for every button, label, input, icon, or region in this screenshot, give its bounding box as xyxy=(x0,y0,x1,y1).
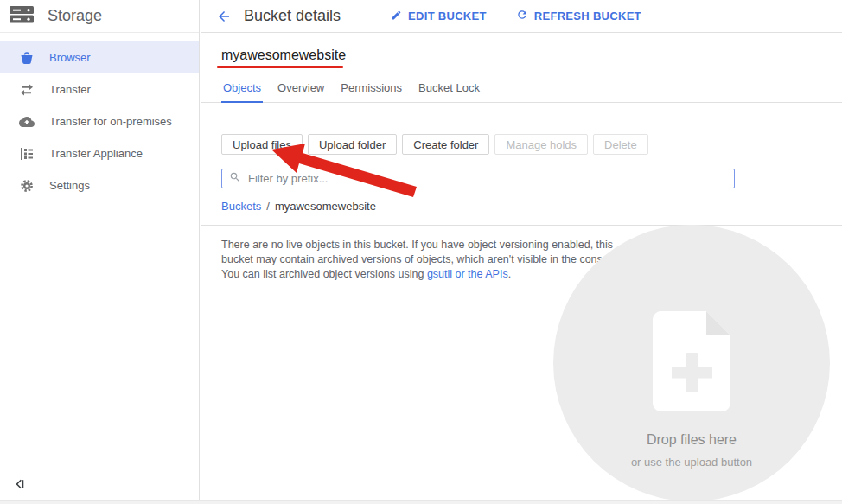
appliance-list-icon xyxy=(19,147,35,161)
breadcrumb-buckets-link[interactable]: Buckets xyxy=(221,200,261,213)
breadcrumb: Buckets / myawesomewebsite xyxy=(221,200,842,213)
filter-field xyxy=(221,169,735,188)
drop-files-label: Drop files here xyxy=(647,432,737,448)
product-title: Storage xyxy=(48,7,102,25)
refresh-bucket-label: REFRESH BUCKET xyxy=(534,10,641,22)
drop-files-target[interactable]: Drop files here or use the upload button xyxy=(553,225,830,501)
tab-overview[interactable]: Overview xyxy=(276,73,326,102)
object-toolbar: Upload files Upload folder Create folder… xyxy=(221,134,842,155)
delete-button: Delete xyxy=(593,134,648,155)
upload-hint-label: or use the upload button xyxy=(631,456,752,469)
topbar: Bucket details EDIT BUCKET REFRESH BUCKE… xyxy=(201,0,842,33)
refresh-icon xyxy=(516,9,528,23)
sidebar-nav: Browser Transfer Transfe xyxy=(0,41,199,201)
gcs-bucket-details-page: Storage Browser Tran xyxy=(0,0,842,504)
back-arrow-icon[interactable] xyxy=(216,9,232,24)
tab-objects[interactable]: Objects xyxy=(221,73,263,103)
file-plus-icon xyxy=(653,311,730,415)
bucket-icon xyxy=(19,51,35,65)
gear-icon xyxy=(19,179,35,193)
refresh-bucket-button[interactable]: REFRESH BUCKET xyxy=(516,9,641,23)
create-folder-button[interactable]: Create folder xyxy=(402,134,489,155)
edit-bucket-label: EDIT BUCKET xyxy=(408,10,487,22)
edit-bucket-button[interactable]: EDIT BUCKET xyxy=(391,10,487,23)
sidebar-item-transfer-appliance[interactable]: Transfer Appliance xyxy=(0,137,199,169)
tab-permissions[interactable]: Permissions xyxy=(339,73,404,102)
bucket-name-title: myawesomewebsite xyxy=(221,48,842,63)
search-icon xyxy=(229,171,241,187)
tab-bucket-lock[interactable]: Bucket Lock xyxy=(417,73,482,102)
empty-message-period: . xyxy=(508,268,511,280)
sidebar-item-label: Settings xyxy=(49,179,90,192)
sidebar-item-transfer-on-premises[interactable]: Transfer for on-premises xyxy=(0,105,199,137)
breadcrumb-separator: / xyxy=(266,200,270,213)
sidebar: Storage Browser Tran xyxy=(0,0,200,504)
content-divider xyxy=(201,225,842,226)
sidebar-item-label: Transfer xyxy=(49,83,91,96)
transfer-arrows-icon xyxy=(19,83,35,97)
collapse-sidebar-icon[interactable] xyxy=(14,478,26,494)
upload-folder-button[interactable]: Upload folder xyxy=(308,134,397,155)
sidebar-item-transfer[interactable]: Transfer xyxy=(0,73,199,105)
tab-bar: Objects Overview Permissions Bucket Lock xyxy=(201,73,842,103)
storage-logo-icon xyxy=(9,5,35,27)
sidebar-item-settings[interactable]: Settings xyxy=(0,169,199,201)
upload-files-button[interactable]: Upload files xyxy=(221,134,303,155)
sidebar-item-browser[interactable]: Browser xyxy=(0,41,199,73)
manage-holds-button: Manage holds xyxy=(494,134,588,155)
sidebar-item-label: Transfer Appliance xyxy=(49,147,143,160)
sidebar-item-label: Browser xyxy=(49,51,91,64)
empty-message-text: There are no live objects in this bucket… xyxy=(221,239,620,280)
gsutil-apis-link[interactable]: gsutil or the APIs xyxy=(427,268,508,280)
main-panel: Bucket details EDIT BUCKET REFRESH BUCKE… xyxy=(201,0,842,504)
empty-bucket-message: There are no live objects in this bucket… xyxy=(221,238,626,282)
breadcrumb-current-bucket: myawesomewebsite xyxy=(275,200,376,213)
page-title: Bucket details xyxy=(244,7,341,25)
sidebar-header: Storage xyxy=(0,0,199,33)
red-underline-annotation xyxy=(217,66,343,68)
pencil-icon xyxy=(391,10,402,23)
filter-by-prefix-input[interactable] xyxy=(248,172,727,185)
window-bottom-edge xyxy=(0,500,842,504)
cloud-upload-icon xyxy=(19,117,35,127)
sidebar-item-label: Transfer for on-premises xyxy=(49,115,172,128)
